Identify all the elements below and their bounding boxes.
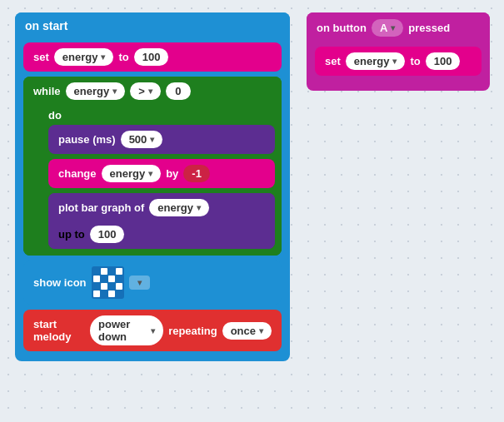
while-block: while energy > 0 do pause (ms) 500 chang…	[23, 77, 282, 256]
while-header: while energy > 0	[23, 77, 282, 106]
icon-cell	[108, 283, 115, 290]
plot-sub: up to 100	[48, 222, 275, 249]
operator-dropdown[interactable]: >	[130, 82, 161, 100]
energy-dropdown[interactable]: energy	[54, 48, 114, 66]
pause-label: pause (ms)	[58, 133, 116, 146]
up-to-label: up to	[58, 228, 85, 241]
repeating-label: repeating	[168, 325, 217, 337]
plot-header: plot bar graph of energy	[48, 193, 275, 222]
pause-block: pause (ms) 500	[48, 125, 275, 154]
ob-energy-value-pill[interactable]: 100	[426, 52, 461, 70]
plot-block: plot bar graph of energy up to 100	[48, 193, 275, 249]
energy-value-pill[interactable]: 100	[134, 48, 169, 66]
pressed-label: pressed	[408, 22, 450, 34]
start-melody-block: start melody power down repeating once	[23, 310, 282, 351]
icon-cell	[101, 276, 107, 282]
change-energy-dropdown[interactable]: energy	[102, 165, 162, 182]
plot-value-pill[interactable]: 100	[90, 226, 125, 243]
icon-cell	[116, 283, 122, 290]
while-label: while	[33, 85, 61, 97]
plot-energy-dropdown[interactable]: energy	[149, 199, 209, 216]
plot-label: plot bar graph of	[58, 201, 144, 214]
icon-cell	[93, 268, 100, 275]
on-button-container: on button A pressed set energy to 100	[307, 12, 490, 91]
change-energy-block: change energy by -1	[48, 159, 275, 188]
on-start-container: on start set energy to 100 while energy …	[15, 12, 290, 361]
show-icon-label: show icon	[33, 276, 87, 289]
on-start-label: on start	[25, 19, 67, 32]
do-section: do pause (ms) 500 change energy by -1 pl…	[23, 106, 282, 256]
icon-cell	[101, 268, 107, 275]
icon-cell	[116, 268, 122, 275]
change-value-pill[interactable]: -1	[183, 165, 210, 182]
melody-dropdown[interactable]: power down	[90, 315, 163, 345]
set-label: set	[33, 51, 49, 63]
on-start-body: set energy to 100 while energy > 0 do pa…	[15, 39, 290, 355]
icon-cell	[116, 290, 122, 297]
on-start-header: on start	[15, 12, 290, 39]
icon-cell	[108, 290, 115, 297]
on-button-set-energy-block: set energy to 100	[315, 47, 482, 76]
icon-cell	[93, 283, 100, 290]
ob-energy-dropdown[interactable]: energy	[346, 52, 406, 70]
by-label: by	[166, 167, 178, 180]
do-label: do	[48, 106, 275, 125]
while-value-pill[interactable]: 0	[166, 82, 191, 100]
to-label: to	[118, 51, 128, 63]
on-button-label: on button	[317, 22, 367, 34]
while-energy-dropdown[interactable]: energy	[66, 82, 126, 100]
on-button-body: set energy to 100	[307, 43, 490, 84]
icon-grid[interactable]	[92, 266, 124, 299]
button-select-dropdown[interactable]: A	[372, 19, 403, 37]
icon-cell	[108, 268, 115, 275]
icon-cell	[101, 283, 107, 290]
change-label: change	[58, 167, 97, 180]
ob-set-label: set	[325, 55, 341, 67]
times-dropdown[interactable]: once	[222, 322, 272, 340]
icon-cell	[101, 290, 107, 297]
show-icon-block: show icon	[23, 261, 282, 305]
icon-cell	[108, 276, 115, 282]
ob-to-label: to	[410, 55, 420, 67]
pause-value-dropdown[interactable]: 500	[121, 131, 163, 148]
icon-picker-dropdown[interactable]	[129, 276, 150, 290]
icon-cell	[93, 290, 100, 297]
start-melody-label: start melody	[33, 318, 85, 343]
on-button-header: on button A pressed	[307, 12, 490, 43]
set-energy-block: set energy to 100	[23, 42, 282, 72]
icon-cell	[116, 276, 122, 282]
icon-cell	[93, 276, 100, 282]
